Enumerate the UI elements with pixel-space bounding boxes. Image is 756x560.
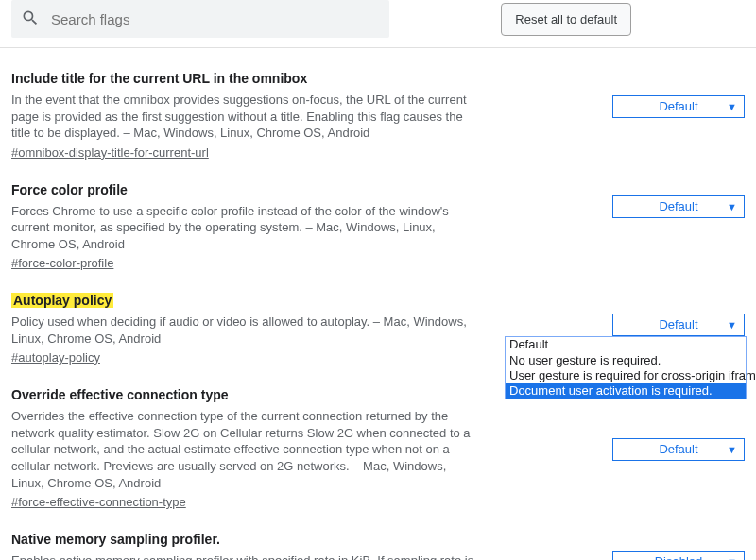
flag-description: Forces Chrome to use a specific color pr… xyxy=(11,203,478,253)
dropdown-option[interactable]: No user gesture is required. xyxy=(506,353,746,368)
dropdown-option[interactable]: Default xyxy=(506,337,746,352)
flag-title: Force color profile xyxy=(11,182,478,197)
flag-hash-link[interactable]: #omnibox-display-title-for-current-url xyxy=(11,145,209,160)
dropdown-option[interactable]: Document user activation is required. xyxy=(506,383,746,399)
flag-info: Force color profile Forces Chrome to use… xyxy=(11,182,493,271)
flag-row: Autoplay policy Policy used when decidin… xyxy=(11,270,745,365)
flag-select-value[interactable]: Default xyxy=(612,314,745,336)
flag-select-value[interactable]: Disabled xyxy=(612,551,745,560)
flag-hash-link[interactable]: #autoplay-policy xyxy=(11,350,100,365)
flag-title: Include title for the current URL in the… xyxy=(11,71,478,86)
flag-title: Override effective connection type xyxy=(11,387,478,402)
flag-info: Autoplay policy Policy used when decidin… xyxy=(11,293,493,365)
flag-info: Native memory sampling profiler. Enables… xyxy=(11,532,493,560)
flag-hash-link[interactable]: #force-effective-connection-type xyxy=(11,495,186,509)
flag-select[interactable]: Default ▼ xyxy=(612,438,745,461)
flag-select-dropdown: Default No user gesture is required. Use… xyxy=(505,336,747,399)
flag-title: Autoplay policy xyxy=(11,293,478,308)
flag-title: Native memory sampling profiler. xyxy=(11,532,478,547)
reset-all-button[interactable]: Reset all to default xyxy=(501,3,631,36)
flag-description: In the event that the omnibox provides s… xyxy=(11,92,478,142)
flag-select-value[interactable]: Default xyxy=(612,438,745,461)
search-input[interactable] xyxy=(49,10,380,28)
flags-list: Include title for the current URL in the… xyxy=(0,48,756,560)
flag-select[interactable]: Default ▼ xyxy=(612,195,745,218)
flag-description: Enables native memory sampling profiler … xyxy=(11,552,478,560)
flag-select[interactable]: Default ▼ Default No user gesture is req… xyxy=(612,314,745,336)
flag-description: Overrides the effective connection type … xyxy=(11,408,478,491)
flag-row: Force color profile Forces Chrome to use… xyxy=(11,160,745,271)
flag-info: Include title for the current URL in the… xyxy=(11,71,493,160)
flag-select[interactable]: Disabled ▼ xyxy=(612,551,745,560)
flag-select-value[interactable]: Default xyxy=(612,95,745,118)
flag-description: Policy used when deciding if audio or vi… xyxy=(11,314,478,347)
flag-info: Override effective connection type Overr… xyxy=(11,387,493,509)
highlight-mark: Autoplay policy xyxy=(11,293,113,308)
search-wrap[interactable] xyxy=(11,0,389,38)
dropdown-option[interactable]: User gesture is required for cross-origi… xyxy=(506,368,746,383)
search-icon xyxy=(21,8,40,30)
topbar: Reset all to default xyxy=(0,0,756,48)
flag-hash-link[interactable]: #force-color-profile xyxy=(11,256,113,270)
flag-select-value[interactable]: Default xyxy=(612,195,745,218)
flag-row: Include title for the current URL in the… xyxy=(11,48,745,160)
flag-row: Native memory sampling profiler. Enables… xyxy=(11,509,745,560)
flag-select[interactable]: Default ▼ xyxy=(612,95,745,118)
